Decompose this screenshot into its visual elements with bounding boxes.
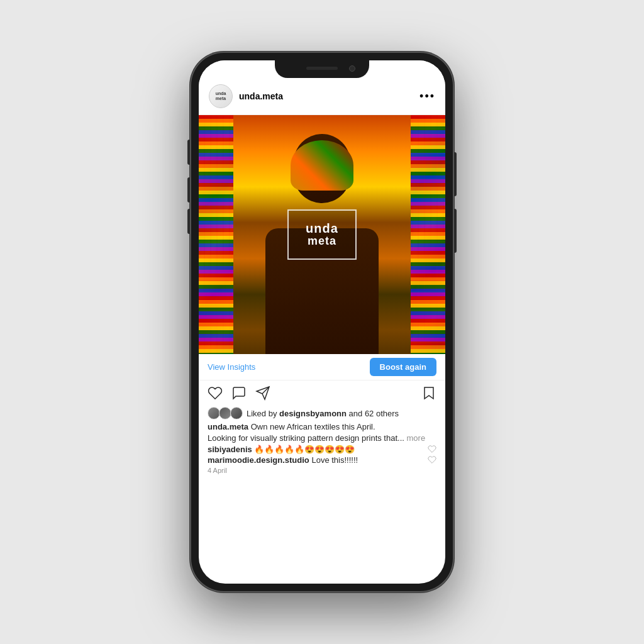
brand-logo-overlay: unda meta [287, 209, 357, 260]
save-icon[interactable] [421, 386, 436, 401]
speaker [306, 67, 338, 70]
fabric-left-border [199, 115, 233, 354]
more-options-button[interactable]: ••• [419, 90, 435, 103]
likes-text: Liked by designsbyamonn and 62 others [247, 409, 399, 418]
action-bar: View Insights Boost again [199, 354, 445, 380]
post-image: unda meta [199, 115, 445, 354]
likes-row: Liked by designsbyamonn and 62 others [208, 407, 436, 419]
phone-mockup: unda meta unda.meta ••• [190, 52, 454, 592]
logo-line1: unda [306, 221, 338, 235]
more-link[interactable]: more [404, 433, 425, 443]
liker-avatar-2 [219, 407, 231, 419]
fabric-right-border [411, 115, 445, 354]
phone-screen: unda meta unda.meta ••• [199, 60, 445, 584]
share-icon[interactable] [255, 386, 270, 401]
avatar[interactable]: unda meta [209, 84, 233, 108]
svg-marker-2 [425, 387, 433, 399]
commenter-name-1[interactable]: marimoodie.design.studio [208, 455, 309, 465]
boost-again-button[interactable]: Boost again [370, 358, 436, 376]
comment-text-0: 🔥🔥🔥🔥🔥😍😍😍😍😍 [254, 445, 355, 454]
view-insights-button[interactable]: View Insights [208, 362, 255, 372]
head-wrap [291, 140, 353, 191]
logo-line2: meta [306, 235, 338, 248]
post-date: 4 April [208, 467, 436, 474]
comment-row-1: marimoodie.design.studio Love this!!!!!! [208, 455, 436, 465]
caption-line: unda.meta Own new African textiles this … [208, 422, 436, 431]
left-icons [208, 386, 270, 401]
comment-heart-0[interactable] [428, 445, 436, 455]
description-line: Looking for visually striking pattern de… [208, 433, 436, 443]
liked-by-prefix: Liked by [247, 409, 279, 418]
liker-avatar-3 [230, 407, 243, 419]
post-content: Liked by designsbyamonn and 62 others un… [199, 404, 445, 478]
description-text: Looking for visually striking pattern de… [208, 433, 404, 443]
liked-by-suffix: and 62 others [347, 409, 399, 418]
comment-text-1: Love this!!!!!! [311, 455, 358, 465]
comment-like-icon-1[interactable] [428, 455, 436, 464]
screen-content: unda meta unda.meta ••• [199, 60, 445, 584]
caption-username[interactable]: unda.meta [208, 422, 248, 431]
liked-by-user[interactable]: designsbyamonn [279, 409, 347, 418]
engagement-icons-row [199, 380, 445, 404]
avatar-text: unda meta [216, 91, 226, 101]
username-label[interactable]: unda.meta [239, 91, 419, 101]
commenter-name-0[interactable]: sibiyadenis [208, 445, 252, 454]
comment-row-0: sibiyadenis 🔥🔥🔥🔥🔥😍😍😍😍😍 [208, 445, 436, 454]
comment-heart-1[interactable] [428, 455, 436, 466]
brand-logo-text: unda meta [306, 221, 338, 248]
phone-body: unda meta unda.meta ••• [190, 52, 454, 592]
person-head [294, 134, 350, 203]
comment-like-icon-0[interactable] [428, 445, 436, 453]
like-icon[interactable] [208, 386, 223, 401]
notch [275, 60, 369, 78]
comment-icon[interactable] [231, 386, 247, 401]
camera [349, 65, 355, 72]
caption-body: Own new African textiles this April. [251, 422, 375, 431]
liker-avatar-1 [208, 407, 220, 419]
